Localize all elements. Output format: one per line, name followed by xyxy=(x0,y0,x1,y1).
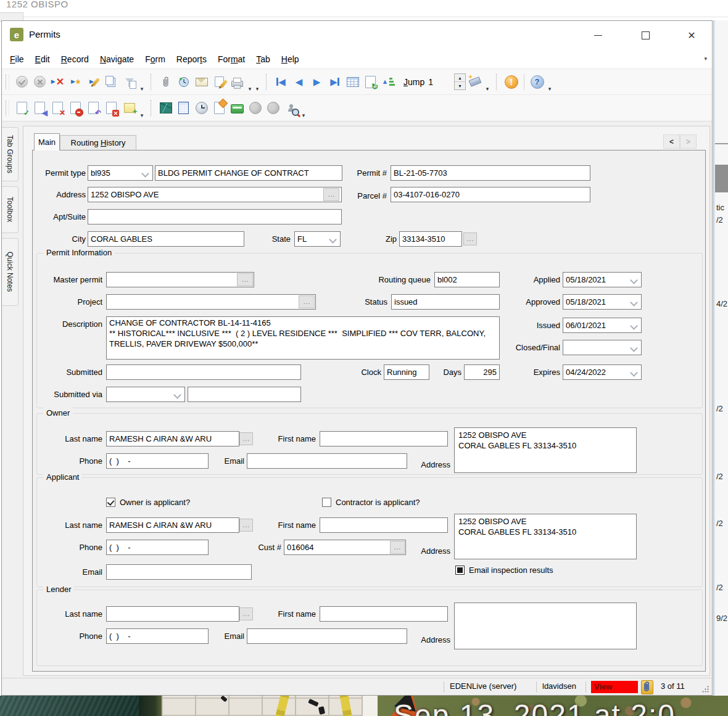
city-field[interactable]: CORAL GABLES xyxy=(88,231,244,247)
owner-is-applicant-checkbox[interactable] xyxy=(106,498,115,507)
state-combo[interactable]: FL xyxy=(294,231,341,247)
map-button[interactable] xyxy=(157,99,175,117)
lender-lookup-button[interactable]: … xyxy=(239,607,253,620)
routing-queue-field[interactable]: bl002 xyxy=(434,272,500,287)
email-inspection-checkbox[interactable] xyxy=(455,566,465,575)
menu-item-form[interactable]: Form xyxy=(139,52,171,66)
edit-record-button[interactable]: ▶ xyxy=(85,73,102,91)
owner-email-field[interactable] xyxy=(247,453,407,469)
permit-number-field[interactable]: BL-21-05-7703 xyxy=(391,165,590,181)
web-link-1-button[interactable] xyxy=(246,99,264,117)
contractor-is-applicant-checkbox[interactable] xyxy=(322,498,331,507)
attachments-button[interactable] xyxy=(157,73,175,91)
sidebar-toolbox[interactable]: Toolbox xyxy=(2,186,19,233)
menu-item-edit[interactable]: Edit xyxy=(30,52,56,66)
group-dropdown-icon[interactable]: ▾ xyxy=(484,86,491,94)
owner-lookup-button[interactable]: … xyxy=(239,432,253,445)
copy-button[interactable] xyxy=(102,73,120,91)
time-button[interactable] xyxy=(192,99,210,117)
email-button[interactable] xyxy=(192,73,210,91)
lender-phone-field[interactable]: ( ) - xyxy=(106,628,209,644)
help-button[interactable]: ? xyxy=(528,73,546,91)
alerts-button[interactable]: ! xyxy=(502,73,520,91)
applicant-email-field[interactable] xyxy=(106,564,252,580)
filter-button[interactable] xyxy=(120,73,138,91)
sort-button[interactable]: ▲ xyxy=(379,73,397,91)
applicant-last-name-field[interactable]: RAMESH C AIRAN &W ARU xyxy=(106,517,239,533)
cashier-button[interactable] xyxy=(228,99,246,117)
notes-button[interactable] xyxy=(210,73,228,91)
lender-address-box[interactable] xyxy=(454,603,637,649)
applicant-first-name-field[interactable] xyxy=(320,517,448,533)
print-button[interactable] xyxy=(228,73,246,91)
history-button[interactable] xyxy=(175,73,192,91)
print-dropdown-icon[interactable]: ▾ xyxy=(246,86,254,94)
zip-field[interactable]: 33134-3510 xyxy=(399,231,462,247)
zip-lookup-button[interactable]: … xyxy=(463,232,477,245)
last-record-button[interactable]: ▶ xyxy=(326,73,344,91)
menu-item-navigate[interactable]: Navigate xyxy=(94,52,139,66)
clear-form-button[interactable] xyxy=(466,73,484,91)
days-field[interactable]: 295 xyxy=(464,364,500,380)
previous-record-button[interactable]: ◀ xyxy=(290,73,308,91)
sidebar-tab-groups[interactable]: Tab Groups xyxy=(2,127,19,181)
owner-address-box[interactable]: 1252 OBISPO AVE CORAL GABLES FL 33134-35… xyxy=(454,427,637,473)
group-dropdown-icon[interactable]: ▾ xyxy=(138,112,146,121)
tab-scroll-right-button[interactable]: > xyxy=(680,134,697,149)
jump-spinner[interactable]: ▲ ▼ xyxy=(454,73,466,90)
grid-view-button[interactable] xyxy=(344,73,362,91)
owner-phone-field[interactable]: ( ) - xyxy=(106,453,209,469)
sidebar-quick-notes[interactable]: Quick Notes xyxy=(2,238,19,306)
new-record-button[interactable]: ▶* xyxy=(67,73,85,91)
cust-lookup-button[interactable]: … xyxy=(390,541,405,554)
tab-main[interactable]: Main xyxy=(34,133,60,150)
status-field[interactable]: issued xyxy=(391,294,500,310)
title-bar[interactable]: e Permits ✕ xyxy=(2,21,712,49)
undo-doc-button[interactable]: ↶ xyxy=(85,99,102,117)
minimize-button[interactable] xyxy=(584,26,611,44)
close-button[interactable]: ✕ xyxy=(678,26,705,44)
project-lookup-button[interactable]: … xyxy=(299,295,315,308)
toolbar-grip[interactable] xyxy=(6,75,9,89)
lender-email-field[interactable] xyxy=(247,628,407,644)
menu-item-tab[interactable]: Tab xyxy=(250,52,276,66)
tab-scroll-left-button[interactable]: < xyxy=(663,134,680,149)
parcel-number-field[interactable]: 03-4107-016-0270 xyxy=(391,187,590,202)
cust-number-field[interactable]: 016064 xyxy=(284,540,406,555)
permit-type-combo[interactable]: bl935 xyxy=(88,165,153,181)
address-lookup-button[interactable]: … xyxy=(323,188,339,201)
menu-item-record[interactable]: Record xyxy=(56,52,94,66)
expires-date-combo[interactable]: 04/24/2022 xyxy=(563,364,642,380)
master-permit-lookup-button[interactable]: … xyxy=(237,273,253,286)
add-note-button[interactable]: + xyxy=(120,99,138,117)
approved-date-combo[interactable]: 05/18/2021 xyxy=(563,294,642,310)
jump-value[interactable]: 1 xyxy=(428,77,433,87)
clock-field[interactable]: Running xyxy=(384,364,429,380)
first-record-button[interactable]: ◀ xyxy=(272,73,290,91)
group-dropdown-icon[interactable]: ▾ xyxy=(138,86,146,94)
next-record-button[interactable]: ▶ xyxy=(308,73,326,91)
menu-item-reports[interactable]: Reports xyxy=(171,52,212,66)
spinner-down-icon[interactable]: ▼ xyxy=(455,82,465,89)
refresh-button[interactable]: ↻ xyxy=(362,73,379,91)
submitted-via-combo[interactable] xyxy=(106,387,185,402)
owner-last-name-field[interactable]: RAMESH C AIRAN &W ARU xyxy=(106,431,239,446)
address-field[interactable]: 1252 OBISPO AVE xyxy=(88,187,342,202)
tab-routing-history[interactable]: Routing History xyxy=(60,135,136,150)
permit-type-desc-field[interactable]: BLDG PERMIT CHANGE OF CONTRACT xyxy=(155,165,342,181)
toolbar-grip[interactable] xyxy=(6,101,9,115)
calculator-button[interactable] xyxy=(175,99,192,117)
applicant-lookup-button[interactable]: … xyxy=(239,519,253,532)
closed-final-date-combo[interactable] xyxy=(563,340,642,355)
owner-first-name-field[interactable] xyxy=(320,431,448,446)
maximize-button[interactable] xyxy=(632,26,659,44)
lender-last-name-field[interactable] xyxy=(106,606,239,622)
approve-doc-button[interactable]: ✓ xyxy=(13,99,31,117)
accept-record-button[interactable] xyxy=(13,73,31,91)
resize-grip[interactable] xyxy=(701,685,709,693)
spinner-up-icon[interactable]: ▲ xyxy=(455,74,465,82)
void-doc-button[interactable]: ✕ xyxy=(102,99,120,117)
deny-doc-button[interactable]: ✕ xyxy=(49,99,67,117)
attachment-status-icon[interactable] xyxy=(641,680,653,694)
submitted-field[interactable] xyxy=(106,364,301,380)
